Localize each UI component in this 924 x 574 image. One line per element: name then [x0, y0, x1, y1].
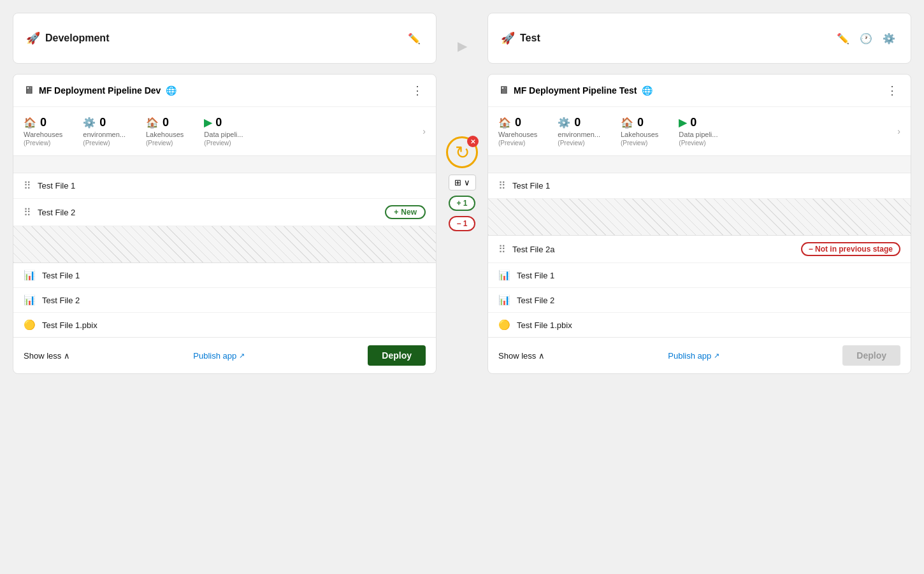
dev-pipeline-header: 🖥 MF Deployment Pipeline Dev 🌐 ⋮ — [13, 75, 436, 107]
test-pipelines-value: 0 — [690, 116, 697, 129]
dev-env-label: environmen... — [83, 131, 126, 138]
stage-column-dev: 🚀 Development ✏️ 🖥 MF Deployment Pipelin… — [13, 13, 437, 374]
grid-icon: ⠿ — [24, 180, 31, 192]
dataset-icon: 📊 — [498, 269, 510, 281]
dev-publish-button[interactable]: Publish app ↗ — [193, 351, 245, 361]
test-metric-warehouses: 🏠 0 Warehouses (Preview) — [498, 116, 537, 147]
dev-warehouses-label: Warehouses — [24, 131, 62, 138]
list-item: ⠿ Test File 2a − Not in previous stage — [488, 236, 911, 263]
refresh-icon: ↻ — [455, 142, 470, 163]
list-item: 📊 Test File 2 — [13, 288, 436, 313]
new-badge-label: New — [401, 208, 417, 217]
test-metrics-arrow[interactable]: › — [897, 126, 900, 136]
test-pipelines-sub: (Preview) — [679, 140, 705, 147]
test-publish-label: Publish app — [668, 351, 711, 361]
dev-file-list: ⠿ Test File 1 ⠿ Test File 2 + New 📊 — [13, 173, 436, 337]
dev-pipeline-card: 🖥 MF Deployment Pipeline Dev 🌐 ⋮ 🏠 0 War… — [13, 74, 437, 374]
list-item: ⠿ Test File 1 — [488, 173, 911, 199]
main-layout: 🚀 Development ✏️ 🖥 MF Deployment Pipelin… — [13, 13, 911, 374]
test-warehouses-label: Warehouses — [498, 131, 537, 138]
dev-show-less-button[interactable]: Show less ∧ — [24, 351, 70, 361]
test-pipeline-title: MF Deployment Pipeline Test — [514, 85, 637, 96]
list-item: ⠿ Test File 2 + New — [13, 199, 436, 226]
dev-pipelines-label: Data pipeli... — [204, 131, 243, 138]
dev-metric-warehouses: 🏠 0 Warehouses (Preview) — [24, 116, 62, 147]
test-pipelines-label: Data pipeli... — [679, 131, 718, 138]
dev-card-footer: Show less ∧ Publish app ↗ Deploy — [13, 337, 436, 373]
dev-deploy-button[interactable]: Deploy — [368, 345, 426, 366]
chevron-up-icon: ∧ — [538, 351, 545, 361]
test-settings-button[interactable]: ⚙️ — [880, 31, 898, 46]
warehouse-icon: 🏠 — [24, 117, 36, 129]
test-stage-header: 🚀 Test ✏️ 🕐 ⚙️ — [487, 13, 911, 64]
test-card-footer: Show less ∧ Publish app ↗ Deploy — [488, 337, 911, 373]
test-show-less-label: Show less — [498, 351, 536, 361]
test-show-less-button[interactable]: Show less ∧ — [498, 351, 545, 361]
test-deploy-button: Deploy — [842, 345, 900, 366]
dev-file2-name: Test File 2 — [38, 208, 379, 217]
external-link-icon: ↗ — [714, 352, 719, 360]
test-env-label: environmen... — [558, 131, 600, 138]
list-item: 🟡 Test File 1.pbix — [13, 313, 436, 337]
test-metric-env: ⚙️ 0 environmen... (Preview) — [558, 116, 600, 147]
dev-network-icon: 🌐 — [166, 85, 177, 96]
chevron-down-icon: ∨ — [464, 178, 470, 187]
dev-more-button[interactable]: ⋮ — [409, 83, 426, 97]
dev-deploy-label: Deploy — [382, 350, 412, 361]
dev-metric-env: ⚙️ 0 environmen... (Preview) — [83, 116, 126, 147]
chevron-up-icon: ∧ — [64, 351, 70, 361]
test-lakehouses-value: 0 — [637, 116, 644, 129]
test-publish-button[interactable]: Publish app ↗ — [668, 351, 719, 361]
dataset-icon: 📊 — [24, 269, 36, 281]
list-item: 📊 Test File 2 — [488, 288, 911, 313]
test-edit-button[interactable]: ✏️ — [834, 31, 852, 46]
test-pipeline-card: 🖥 MF Deployment Pipeline Test 🌐 ⋮ 🏠 0 Wa… — [487, 74, 911, 374]
list-item: 📊 Test File 1 — [488, 263, 911, 288]
dev-stage-title-group: 🚀 Development — [26, 31, 109, 45]
sync-badge: ↻ ✕ — [445, 135, 479, 169]
dev-stage-header: 🚀 Development ✏️ — [13, 13, 437, 64]
dev-publish-label: Publish app — [193, 351, 236, 361]
dev-lakehouses-value: 0 — [162, 116, 169, 129]
test-more-button[interactable]: ⋮ — [884, 83, 900, 97]
dev-metric-lakehouses: 🏠 0 Lakehouses (Preview) — [146, 116, 184, 147]
dev-warehouses-value: 0 — [40, 116, 47, 129]
dev-lakehouses-sub: (Preview) — [146, 140, 173, 147]
dev-pipelines-value: 0 — [215, 116, 222, 129]
pbix-icon: 🟡 — [498, 319, 510, 331]
env-icon: ⚙️ — [558, 117, 570, 129]
connector-arrow: ▶ — [458, 38, 467, 54]
pipeline-icon: ▶ — [679, 117, 686, 129]
dev-edit-button[interactable]: ✏️ — [405, 31, 423, 46]
dev-lakehouses-label: Lakehouses — [146, 131, 184, 138]
test-stage-title: Test — [520, 32, 540, 44]
test-env-value: 0 — [574, 116, 581, 129]
test-history-button[interactable]: 🕐 — [857, 31, 875, 46]
test-pipeline-header: 🖥 MF Deployment Pipeline Test 🌐 ⋮ — [488, 75, 911, 107]
dev-section-divider — [13, 155, 436, 173]
dev-stage-icon: 🚀 — [26, 31, 40, 45]
diff-removed-badge: − 1 — [449, 216, 475, 231]
test-section-divider — [488, 155, 911, 173]
test-hatched-area — [488, 199, 911, 236]
lakehouse-icon: 🏠 — [621, 117, 633, 129]
test-file-list: ⠿ Test File 1 ⠿ Test File 2a − Not in pr… — [488, 173, 911, 337]
test-metric-pipelines: ▶ 0 Data pipeli... (Preview) — [679, 116, 718, 147]
diff-removed-label: − 1 — [456, 219, 467, 228]
dev-metric-pipelines: ▶ 0 Data pipeli... (Preview) — [204, 116, 243, 147]
dataset-icon: 📊 — [498, 294, 510, 306]
test-dataset1-name: Test File 1 — [517, 271, 900, 280]
grid-icon: ⠿ — [24, 206, 31, 219]
dev-pipeline-icon: 🖥 — [24, 85, 34, 96]
diff-added-badge: + 1 — [449, 196, 475, 211]
compare-button[interactable]: ⊞ ∨ — [449, 175, 476, 190]
list-item: ⠿ Test File 1 — [13, 173, 436, 199]
list-item: 📊 Test File 1 — [13, 263, 436, 288]
env-icon: ⚙️ — [83, 117, 96, 129]
dev-metrics-arrow[interactable]: › — [422, 126, 426, 136]
dev-pipeline-title-group: 🖥 MF Deployment Pipeline Dev 🌐 — [24, 85, 177, 96]
test-metric-lakehouses: 🏠 0 Lakehouses (Preview) — [621, 116, 658, 147]
dev-stage-title: Development — [45, 32, 109, 44]
dev-env-value: 0 — [99, 116, 106, 129]
x-badge: ✕ — [467, 136, 479, 147]
